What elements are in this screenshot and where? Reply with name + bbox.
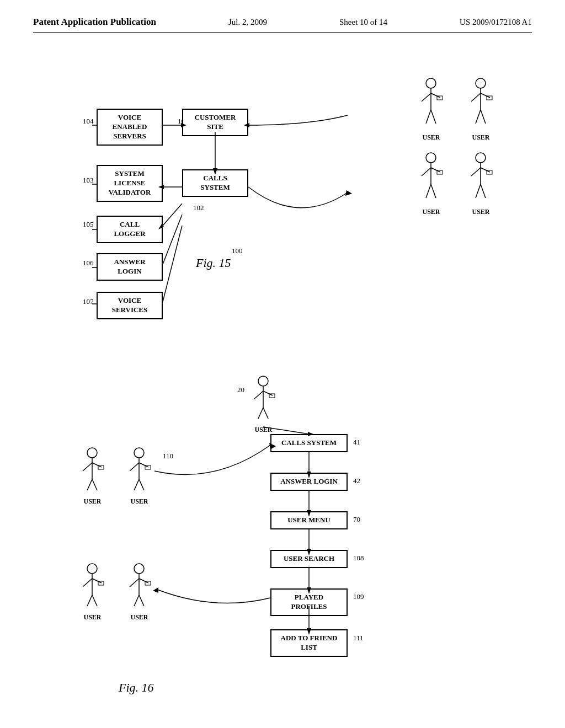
svg-line-24 [481, 168, 490, 172]
user-label-fig16-l4: USER [124, 613, 154, 622]
person-fig15-2: USER [466, 77, 496, 142]
add-friend-box: ADD TO FRIEND LIST [270, 629, 348, 657]
person-fig16-top: USER [248, 374, 279, 434]
svg-line-61 [130, 463, 139, 471]
user-label-fig16-l3: USER [77, 613, 108, 622]
fig16-label: Fig. 16 [119, 681, 154, 695]
user-search-box: USER SEARCH [270, 550, 348, 568]
user-label-fig15-2: USER [466, 133, 496, 142]
svg-point-0 [426, 78, 436, 88]
ref-104: 104 [83, 117, 94, 126]
svg-line-6 [431, 110, 436, 124]
publication-title: Patent Application Publication [33, 17, 156, 28]
svg-line-78 [134, 595, 139, 606]
call-logger-box: CALLLOGGER [97, 216, 163, 243]
user-label-fig16-top: USER [248, 426, 279, 434]
svg-line-54 [83, 463, 92, 471]
user-label-fig15-4: USER [466, 208, 496, 216]
svg-point-14 [426, 153, 436, 163]
page-header: Patent Application Publication Jul. 2, 2… [33, 17, 532, 33]
user-label-fig16-l1: USER [77, 497, 108, 506]
svg-line-50 [258, 408, 263, 419]
ref-102: 102 [193, 204, 204, 212]
svg-line-48 [263, 391, 273, 395]
svg-line-19 [426, 184, 431, 198]
svg-line-2 [422, 93, 431, 101]
svg-line-13 [481, 110, 486, 124]
svg-line-17 [431, 168, 440, 172]
ref-20: 20 [237, 386, 244, 394]
voice-services-box: VOICESERVICES [97, 292, 163, 319]
main-content: 104 101 103 102 105 106 107 100 VOICEENA… [33, 44, 532, 728]
svg-point-7 [476, 78, 486, 88]
ref-103: 103 [83, 176, 94, 185]
svg-line-12 [476, 110, 481, 124]
svg-line-51 [263, 408, 268, 419]
user-label-fig15-1: USER [416, 133, 446, 142]
ref-111: 111 [353, 634, 364, 643]
ref-105: 105 [83, 220, 94, 229]
ref-41: 41 [353, 438, 360, 447]
svg-line-79 [139, 595, 144, 606]
voice-enabled-box: VOICEENABLEDSERVERS [97, 109, 163, 146]
svg-marker-35 [345, 190, 352, 196]
answer-login-box-fig15: ANSWERLOGIN [97, 253, 163, 281]
svg-line-75 [130, 579, 139, 587]
svg-line-23 [471, 168, 481, 176]
fig15-diagram: 104 101 103 102 105 106 107 100 VOICEENA… [33, 44, 532, 363]
svg-line-55 [92, 463, 102, 467]
ref-42: 42 [353, 477, 360, 485]
publication-date: Jul. 2, 2009 [228, 18, 267, 27]
svg-line-76 [139, 579, 148, 583]
svg-line-26 [476, 184, 481, 198]
svg-line-16 [422, 168, 431, 176]
svg-line-58 [92, 479, 97, 490]
svg-line-57 [87, 479, 92, 490]
svg-line-65 [139, 479, 144, 490]
calls-system-flow-box: CALLS SYSTEM [270, 434, 348, 452]
ref-110: 110 [163, 452, 173, 461]
svg-line-43 [163, 215, 182, 264]
played-profiles-box: PLAYED PROFILES [270, 588, 348, 616]
patent-number: US 2009/0172108 A1 [460, 18, 532, 27]
person-fig16-left-2: USER [124, 446, 154, 506]
user-label-fig16-l2: USER [124, 497, 154, 506]
user-menu-box: USER MENU [270, 511, 348, 529]
svg-point-59 [134, 448, 144, 458]
ref-107: 107 [83, 297, 94, 306]
svg-line-27 [481, 184, 486, 198]
calls-system-box: CALLSSYSTEM [182, 169, 248, 197]
svg-line-44 [163, 226, 182, 302]
svg-point-45 [258, 376, 268, 386]
svg-line-62 [139, 463, 148, 467]
svg-point-21 [476, 153, 486, 163]
svg-line-71 [87, 595, 92, 606]
page: Patent Application Publication Jul. 2, 2… [0, 0, 565, 728]
customer-site-box: CUSTOMERSITE [182, 109, 248, 136]
ref-70: 70 [353, 515, 360, 524]
sheet-info: Sheet 10 of 14 [339, 18, 387, 27]
person-fig16-left-4: USER [124, 562, 154, 622]
svg-point-66 [87, 564, 97, 574]
svg-line-72 [92, 595, 97, 606]
svg-line-64 [134, 479, 139, 490]
person-fig15-4: USER [466, 151, 496, 216]
user-label-fig15-3: USER [416, 208, 446, 216]
person-fig15-1: USER [416, 77, 446, 142]
svg-line-3 [431, 93, 440, 98]
svg-line-5 [426, 110, 431, 124]
svg-line-10 [481, 93, 490, 98]
ref-100: 100 [232, 247, 243, 255]
svg-line-9 [471, 93, 481, 101]
fig16-diagram: 20 41 42 70 108 109 111 110 USER [33, 374, 532, 728]
ref-109: 109 [353, 592, 364, 601]
answer-login-flow-box: ANSWER LOGIN [270, 473, 348, 491]
person-fig16-left-1: USER [77, 446, 108, 506]
svg-line-68 [83, 579, 92, 587]
svg-line-41 [163, 204, 182, 226]
svg-line-47 [254, 391, 263, 399]
svg-line-69 [92, 579, 102, 583]
fig15-label: Fig. 15 [196, 256, 231, 270]
person-fig15-3: USER [416, 151, 446, 216]
person-fig16-left-3: USER [77, 562, 108, 622]
